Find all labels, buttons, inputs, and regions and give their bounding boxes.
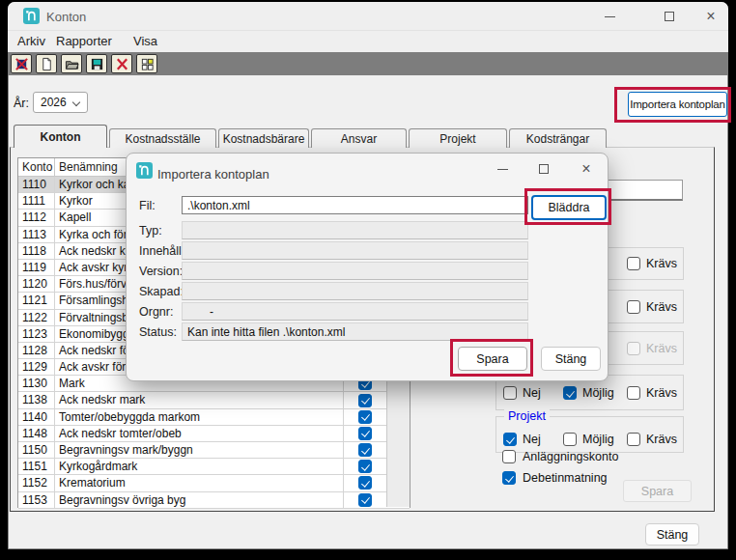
table-row[interactable]: 1138Ack nedskr mark [18, 392, 410, 408]
save-icon[interactable] [86, 54, 107, 73]
cell-konto: 1150 [18, 442, 55, 458]
dialog-field-value[interactable]: .\konton.xml [182, 196, 528, 214]
tab-kodsträngar[interactable]: Kodsträngar [509, 128, 607, 148]
menu-visa[interactable]: Visa [129, 34, 161, 48]
option-möjlig[interactable]: Möjlig [563, 386, 614, 400]
year-label: År: [14, 97, 29, 110]
option-krävs[interactable]: Krävs [627, 257, 677, 270]
checkbox[interactable] [627, 433, 640, 446]
import-kontoplan-button[interactable]: Importera kontoplan [628, 92, 727, 117]
year-value: 2026 [41, 96, 67, 109]
panel-save-button[interactable]: Spara [623, 480, 692, 502]
dialog-field-value: - [182, 302, 528, 321]
table-row[interactable]: 1153Begravningsv övriga byg [18, 492, 410, 509]
column-header-konto[interactable]: Konto [18, 158, 55, 176]
row-checkbox[interactable] [358, 427, 372, 440]
cell-benamning: Kyrkogårdmark [55, 459, 344, 474]
menu-arkiv[interactable]: Arkiv [14, 34, 49, 48]
cell-checkbox [344, 426, 386, 441]
dialog-icon [136, 162, 153, 179]
cell-konto: 1110 [18, 177, 55, 192]
option-group: ProjektNejMöjligKrävs [495, 416, 684, 453]
table-row[interactable]: 1148Ack nedskr tomter/obeb [18, 426, 410, 442]
delete-icon[interactable] [111, 54, 132, 73]
tab-konton[interactable]: Konton [14, 125, 107, 148]
option-nej[interactable]: Nej [503, 433, 541, 446]
row-checkbox[interactable] [358, 394, 372, 407]
close-button[interactable]: × [696, 3, 725, 30]
checkbox[interactable] [627, 386, 640, 400]
tiles-icon[interactable] [136, 54, 157, 73]
dialog-field-value: Kan inte hitta filen .\konton.xml [182, 322, 528, 341]
dialog-field-label: Orgnr: [139, 305, 173, 319]
row-checkbox[interactable] [358, 443, 372, 457]
dialog-field-label: Version: [139, 265, 183, 278]
chevron-down-icon [72, 98, 80, 106]
row-checkbox[interactable] [358, 460, 372, 473]
dialog-title: Importera kontoplan [157, 167, 269, 182]
checkbox[interactable] [627, 342, 640, 355]
table-row[interactable]: 1140Tomter/obebyggda markom [18, 409, 410, 426]
option-krävs[interactable]: Krävs [627, 300, 677, 314]
cell-benamning: Begravningsv mark/byggn [55, 442, 344, 458]
cell-konto: 1153 [18, 492, 55, 508]
row-checkbox[interactable] [358, 476, 372, 490]
option-krävs[interactable]: Krävs [627, 386, 677, 400]
maximize-icon [665, 12, 674, 21]
option-label: Nej [523, 433, 541, 446]
option-krävs[interactable]: Krävs [627, 433, 677, 446]
cell-konto: 1130 [18, 376, 55, 391]
tab-kostnadsställe[interactable]: Kostnadsställe [109, 128, 216, 148]
browse-button[interactable]: Bläddra [531, 195, 607, 220]
tab-projekt[interactable]: Projekt [409, 128, 507, 148]
panel-checkbox-1[interactable]: Debetinmatning [502, 471, 608, 485]
open-folder-icon[interactable] [61, 54, 82, 73]
new-document-icon[interactable] [36, 54, 57, 73]
checkbox[interactable] [503, 386, 517, 400]
exit-icon[interactable] [11, 54, 32, 73]
cell-konto: 1111 [18, 193, 55, 209]
dialog-close-button[interactable]: × [573, 157, 600, 181]
minimize-button[interactable] [595, 3, 624, 30]
cell-benamning: Tomter/obebyggda markom [55, 409, 344, 425]
window-title: Konton [46, 10, 86, 24]
cell-konto: 1138 [18, 392, 55, 407]
option-krävs[interactable]: Krävs [627, 342, 677, 355]
option-label: Krävs [646, 433, 677, 446]
year-select[interactable]: 2026 [33, 92, 88, 113]
option-label: Nej [523, 386, 541, 400]
dialog-save-button[interactable]: Spara [458, 347, 527, 371]
screen: Konton × Arkiv Rapporter Visa År: 2026 [0, 0, 736, 560]
checkbox[interactable] [627, 257, 640, 270]
dialog-close-button-bottom[interactable]: Stäng [541, 347, 601, 371]
checkbox[interactable] [627, 300, 640, 314]
panel-checkbox-0[interactable]: Anläggningskonto [502, 450, 618, 463]
tab-ansvar[interactable]: Ansvar [311, 128, 407, 148]
tab-kostnadsbärare[interactable]: Kostnadsbärare [218, 128, 309, 148]
option-möjlig[interactable]: Möjlig [563, 433, 614, 446]
cell-benamning: Begravningsv övriga byg [55, 492, 344, 508]
dialog-maximize-button[interactable] [530, 157, 557, 181]
checkbox[interactable] [502, 450, 516, 463]
cell-benamning: Ack nedskr mark [55, 392, 344, 407]
table-row[interactable]: 1152Krematorium [18, 475, 410, 491]
menu-bar: Arkiv Rapporter Visa [8, 31, 728, 52]
option-nej[interactable]: Nej [503, 386, 541, 400]
row-checkbox[interactable] [358, 493, 372, 507]
minimize-icon [497, 169, 508, 170]
checkbox[interactable] [563, 433, 577, 446]
cell-checkbox [344, 475, 386, 490]
import-dialog: Importera kontoplan × Fil:.\konton.xmlTy… [126, 153, 609, 381]
main-close-button[interactable]: Stäng [645, 523, 699, 546]
maximize-button[interactable] [655, 3, 684, 30]
checkbox[interactable] [502, 471, 516, 485]
table-row[interactable]: 1150Begravningsv mark/byggn [18, 442, 410, 459]
checkbox[interactable] [563, 386, 577, 400]
row-checkbox[interactable] [358, 410, 372, 424]
checkbox[interactable] [503, 433, 517, 446]
menu-rapporter[interactable]: Rapporter [52, 34, 116, 48]
cell-konto: 1119 [18, 260, 55, 275]
option-label: Krävs [646, 257, 677, 270]
table-row[interactable]: 1151Kyrkogårdmark [18, 459, 410, 475]
dialog-minimize-button[interactable] [489, 157, 516, 181]
